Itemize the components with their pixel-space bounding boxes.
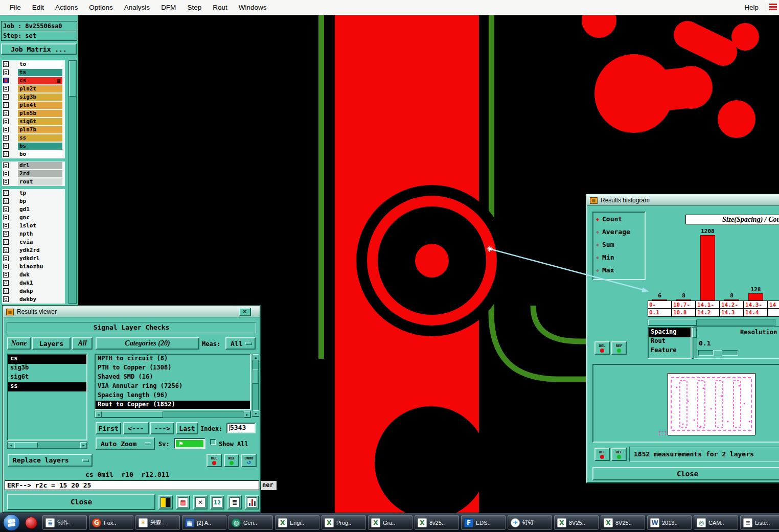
pinned-app-icon[interactable] xyxy=(25,517,37,529)
taskbar-app-button[interactable]: X 8V25.. xyxy=(601,515,645,530)
layer-row[interactable]: ss xyxy=(2,134,65,142)
category-item[interactable]: VIA Annular ring (7256) xyxy=(96,382,250,391)
layer-visibility-checkbox[interactable] xyxy=(3,127,9,132)
layer-name-chip[interactable]: sig3b xyxy=(18,94,62,101)
layer-name-chip[interactable]: 1slot xyxy=(18,222,62,229)
layer-row[interactable]: ydkdrl xyxy=(2,255,65,263)
layer-visibility-checkbox[interactable] xyxy=(3,256,9,261)
nav-last-button[interactable]: Last xyxy=(176,422,198,434)
del-button[interactable]: DEL xyxy=(207,454,222,467)
resolution-slider[interactable] xyxy=(698,350,738,356)
layer-visibility-checkbox[interactable] xyxy=(3,70,9,75)
taskbar-app-button[interactable]: X Prog.. xyxy=(322,515,366,530)
taskbar-app-button[interactable]: ✈ 钉钉 xyxy=(508,515,552,530)
layer-name-chip[interactable]: dwkby xyxy=(18,296,62,303)
stat-option[interactable]: ◆Average xyxy=(593,225,645,238)
layer-visibility-checkbox[interactable] xyxy=(3,102,9,108)
layer-visibility-checkbox[interactable] xyxy=(3,78,9,83)
layer-list-item[interactable]: sig3b xyxy=(8,364,86,373)
layer-name-chip[interactable]: sig6t xyxy=(18,118,62,125)
layer-visibility-checkbox[interactable] xyxy=(3,215,9,220)
stat-option[interactable]: ◆Count xyxy=(593,213,645,225)
layer-name-chip[interactable]: drl xyxy=(18,162,62,169)
scroll-left-icon[interactable]: ◄ xyxy=(8,442,14,448)
layer-visibility-checkbox[interactable] xyxy=(3,206,9,212)
layer-visibility-checkbox[interactable] xyxy=(3,223,9,228)
layer-row[interactable]: dwk xyxy=(2,271,65,279)
filter-none-button[interactable]: None xyxy=(7,337,31,350)
discard-measure-icon[interactable]: ✕ xyxy=(193,495,208,510)
slider-thumb[interactable] xyxy=(713,350,722,356)
layer-row[interactable]: cs ▦ xyxy=(2,77,65,85)
meas-dropdown[interactable]: All xyxy=(225,337,256,350)
layer-name-chip[interactable]: ydkdrl xyxy=(18,255,62,262)
histogram-titlebar[interactable]: ▦ Results histogram xyxy=(587,195,779,206)
taskbar-app-button[interactable]: ✶ 兴森.. xyxy=(135,515,180,530)
layer-row[interactable]: npth xyxy=(2,230,65,238)
layer-visibility-checkbox[interactable] xyxy=(3,264,9,269)
layer-list-item[interactable]: ss xyxy=(8,382,86,391)
layer-name-chip[interactable]: ss xyxy=(18,134,62,142)
taskbar-app-button[interactable]: ≡ Liste.. xyxy=(740,515,779,530)
layer-name-chip[interactable]: gnc xyxy=(18,214,62,221)
histogram-hscrollbar[interactable] xyxy=(648,319,775,326)
layer-visibility-checkbox[interactable] xyxy=(3,163,9,168)
filter-all-button[interactable]: All xyxy=(72,337,93,350)
taskbar-app-button[interactable]: W 2013.. xyxy=(647,515,692,530)
layer-name-chip[interactable]: ydk2rd xyxy=(18,247,62,254)
layer-name-chip[interactable]: ts xyxy=(18,69,62,76)
layer-visibility-checkbox[interactable] xyxy=(3,296,9,302)
menu-item[interactable]: Edit xyxy=(27,4,50,11)
layer-name-chip[interactable]: dwk1 xyxy=(18,280,62,287)
layer-visibility-checkbox[interactable] xyxy=(3,239,9,245)
stat-option[interactable]: ◆Sum xyxy=(593,238,645,251)
layer-row[interactable]: bo xyxy=(2,150,65,158)
taskbar-app-button[interactable]: ▦ [2] A.. xyxy=(182,515,226,530)
taskbar-app-button[interactable]: X 8v25.. xyxy=(415,515,459,530)
layer-row[interactable]: ydk2rd xyxy=(2,246,65,255)
layer-name-chip[interactable]: pln2t xyxy=(18,85,62,92)
layer-row[interactable]: 2rd xyxy=(2,170,65,178)
ref-button-2[interactable]: REF xyxy=(611,448,627,461)
auto-zoom-dropdown[interactable]: Auto Zoom xyxy=(96,437,155,450)
layer-name-chip[interactable]: rout xyxy=(18,178,62,186)
taskbar-app-button[interactable]: X Gra.. xyxy=(368,515,413,530)
layer-name-chip[interactable]: pln5b xyxy=(18,110,62,117)
layer-name-chip[interactable]: gd1 xyxy=(18,206,62,213)
histogram-icon[interactable] xyxy=(245,495,259,510)
ref-button[interactable]: REF xyxy=(611,341,627,355)
layer-name-chip[interactable]: tp xyxy=(18,190,62,197)
layer-name-chip[interactable]: bp xyxy=(18,198,62,205)
layer-row[interactable]: tp xyxy=(2,189,65,197)
nav-prev-button[interactable]: <--- xyxy=(123,422,149,434)
layer-visibility-checkbox[interactable] xyxy=(3,198,9,204)
taskbar-app-button[interactable]: ◎ CAM.. xyxy=(694,515,738,530)
close-window-button[interactable]: ✕ xyxy=(239,308,251,316)
measure-values-icon[interactable]: 12 xyxy=(210,495,224,510)
categories-vscrollbar[interactable]: ▲▼ xyxy=(252,354,259,417)
layer-name-chip[interactable]: biaozhu xyxy=(18,263,62,270)
show-all-checkbox[interactable] xyxy=(210,439,216,445)
results-viewer-titlebar[interactable]: ▦ Results viewer ✕ xyxy=(4,307,260,317)
layer-row[interactable]: pln4t xyxy=(2,101,65,109)
layer-visibility-checkbox[interactable] xyxy=(3,247,9,253)
layer-row[interactable]: gnc xyxy=(2,214,65,222)
category-item[interactable]: Shaved SMD (16) xyxy=(96,373,250,382)
menu-item[interactable]: DFM xyxy=(155,4,181,11)
layer-name-chip[interactable]: dwkp xyxy=(18,288,62,295)
stat-option[interactable]: ◆Max xyxy=(593,264,645,276)
taskbar-app-button[interactable]: ≣ 制作.. xyxy=(42,515,87,530)
layer-row[interactable]: dwkby xyxy=(2,295,65,304)
layer-panel-scrollbar[interactable] xyxy=(68,60,77,304)
stat-option[interactable]: ◆Min xyxy=(593,251,645,264)
start-button[interactable] xyxy=(3,514,20,531)
layer-row[interactable]: bs xyxy=(2,142,65,150)
layer-split-view-icon[interactable] xyxy=(158,495,173,510)
report-list-icon[interactable]: ≣ xyxy=(227,495,242,510)
layer-name-chip[interactable]: cs xyxy=(18,77,62,84)
menu-overflow-icon[interactable] xyxy=(766,3,777,11)
checked-layers-list[interactable]: cssig3bsig6tss xyxy=(7,354,87,441)
menu-item[interactable]: File xyxy=(4,4,27,11)
measure-type-item[interactable]: Feature xyxy=(649,346,691,356)
layer-visibility-checkbox[interactable] xyxy=(3,288,9,294)
